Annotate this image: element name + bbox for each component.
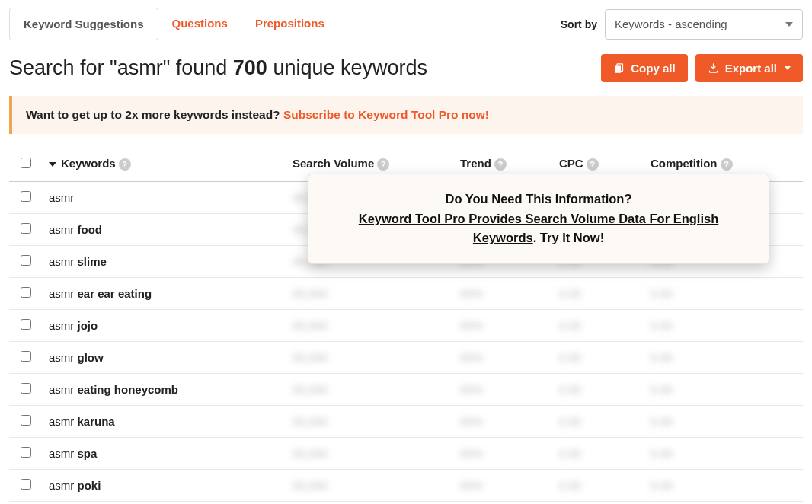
help-icon[interactable]: ? [721, 158, 733, 171]
keyword-cell: asmr spa [43, 438, 286, 470]
overlay-line1: Do You Need This Information? [327, 190, 750, 209]
keyword-cell: asmr poki [43, 470, 286, 502]
help-icon[interactable]: ? [494, 158, 507, 171]
help-icon[interactable]: ? [119, 158, 131, 171]
volume-blurred: 00,000 [293, 447, 328, 460]
volume-blurred: 00,000 [293, 319, 328, 332]
export-all-button[interactable]: Export all [695, 54, 803, 82]
sort-select-value: Keywords - ascending [615, 18, 727, 30]
competition-blurred: 0.00 [651, 351, 673, 364]
table-row: asmr jojo00,00000%0.000.00 [9, 310, 803, 342]
help-icon[interactable]: ? [587, 158, 599, 171]
tab-keyword-suggestions[interactable]: Keyword Suggestions [9, 8, 158, 40]
col-header-keywords[interactable]: Keywords? [43, 146, 286, 182]
keyword-cell: asmr glow [43, 342, 286, 374]
upgrade-overlay[interactable]: Do You Need This Information? Keyword To… [308, 174, 769, 264]
copy-icon [613, 62, 625, 74]
table-row: asmr ear ear eating00,00000%0.000.00 [9, 278, 803, 310]
cpc-blurred: 0.00 [559, 479, 581, 492]
competition-blurred: 0.00 [651, 319, 673, 332]
volume-blurred: 00,000 [293, 479, 328, 492]
svg-rect-1 [615, 65, 622, 72]
table-row: asmr glow00,00000%0.000.00 [9, 342, 803, 374]
row-checkbox[interactable] [21, 447, 31, 458]
export-all-label: Export all [725, 62, 777, 75]
row-checkbox[interactable] [21, 319, 31, 330]
copy-all-label: Copy all [631, 62, 675, 75]
row-checkbox[interactable] [21, 191, 31, 202]
table-row: asmr poki00,00000%0.000.00 [9, 470, 803, 502]
trend-blurred: 00% [460, 415, 483, 428]
export-icon [708, 62, 719, 74]
row-checkbox[interactable] [21, 383, 31, 394]
competition-blurred: 0.00 [651, 479, 673, 492]
tab-questions[interactable]: Questions [158, 8, 241, 40]
table-row: asmr spa00,00000%0.000.00 [9, 438, 803, 470]
row-checkbox[interactable] [21, 415, 31, 426]
table-row: asmr karuna00,00000%0.000.00 [9, 406, 803, 438]
competition-blurred: 0.00 [651, 415, 673, 428]
keyword-cell: asmr jojo [43, 310, 286, 342]
copy-all-button[interactable]: Copy all [601, 54, 687, 82]
row-checkbox[interactable] [21, 287, 31, 298]
keyword-cell: asmr ear ear eating [43, 278, 286, 310]
cpc-blurred: 0.00 [559, 447, 581, 460]
cpc-blurred: 0.00 [559, 351, 581, 364]
row-checkbox[interactable] [21, 351, 31, 362]
competition-blurred: 0.00 [651, 447, 673, 460]
chevron-down-icon [785, 66, 791, 70]
promo-text: Want to get up to 2x more keywords inste… [26, 108, 283, 121]
row-checkbox[interactable] [21, 255, 31, 266]
row-checkbox[interactable] [21, 479, 31, 490]
trend-blurred: 00% [460, 383, 483, 396]
volume-blurred: 00,000 [293, 351, 328, 364]
cpc-blurred: 0.00 [559, 287, 581, 300]
trend-blurred: 00% [460, 287, 483, 300]
cpc-blurred: 0.00 [559, 319, 581, 332]
help-icon[interactable]: ? [377, 158, 389, 171]
cpc-blurred: 0.00 [559, 383, 581, 396]
table-row: asmr eating honeycomb00,00000%0.000.00 [9, 374, 803, 406]
sort-indicator-icon [49, 162, 56, 167]
select-all-checkbox[interactable] [21, 158, 31, 168]
keyword-cell: asmr food [43, 214, 286, 246]
trend-blurred: 00% [460, 319, 483, 332]
overlay-line2: Keyword Tool Pro Provides Search Volume … [327, 209, 750, 248]
row-checkbox[interactable] [21, 223, 31, 234]
competition-blurred: 0.00 [651, 383, 673, 396]
promo-banner: Want to get up to 2x more keywords inste… [9, 96, 803, 134]
volume-blurred: 00,000 [293, 287, 328, 300]
keyword-cell: asmr karuna [43, 406, 286, 438]
volume-blurred: 00,000 [293, 415, 328, 428]
tab-prepositions[interactable]: Prepositions [241, 8, 338, 40]
keyword-cell: asmr slime [43, 246, 286, 278]
trend-blurred: 00% [460, 479, 483, 492]
keyword-cell: asmr [43, 182, 286, 214]
volume-blurred: 00,000 [293, 383, 328, 396]
cpc-blurred: 0.00 [559, 415, 581, 428]
sort-select[interactable]: Keywords - ascending [605, 9, 803, 40]
chevron-down-icon [785, 22, 793, 27]
trend-blurred: 00% [460, 447, 483, 460]
competition-blurred: 0.00 [651, 287, 673, 300]
results-headline: Search for "asmr" found 700 unique keywo… [9, 56, 427, 80]
trend-blurred: 00% [460, 351, 483, 364]
keyword-cell: asmr eating honeycomb [43, 374, 286, 406]
tabs: Keyword Suggestions Questions Prepositio… [9, 8, 338, 40]
sort-by-label: Sort by [561, 18, 597, 30]
promo-link[interactable]: Subscribe to Keyword Tool Pro now! [283, 108, 489, 121]
